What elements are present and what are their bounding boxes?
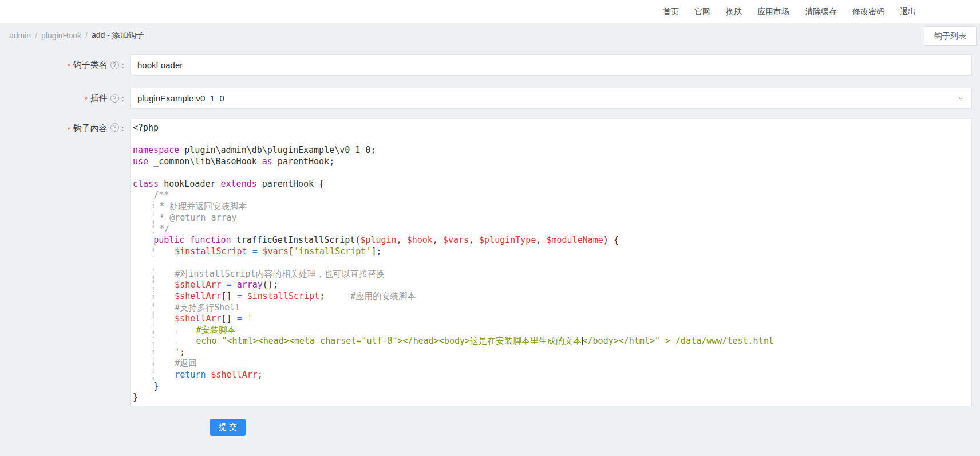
form-row-hook-class-name: * 钩子类名 ? : [0,54,972,76]
code-line: '; [133,347,969,359]
hook-class-name-label-text: 钩子类名 [73,60,108,70]
code-line: use _common\lib\BaseHook as parentHook; [133,156,969,168]
code-line: <?php [133,123,969,134]
code-line: /** [133,190,969,202]
help-icon[interactable]: ? [110,123,119,132]
nav-item-change-pwd[interactable]: 修改密码 [852,7,884,17]
code-line: */ [133,223,969,235]
code-line: namespace plugin\admin\db\pluginExample\… [133,145,969,156]
form-row-hook-content: * 钩子内容 ? : <?php namespace plugin\admin\… [0,119,972,406]
submit-button[interactable]: 提 交 [210,419,246,436]
required-mark: * [68,125,70,134]
nav-item-app-market[interactable]: 应用市场 [757,7,789,17]
hook-content-label-text: 钩子内容 [73,123,108,134]
required-mark: * [68,62,70,70]
hook-content-label: * 钩子内容 ? : [0,119,130,406]
code-line: #安装脚本 [133,325,969,336]
code-line [133,134,969,146]
code-line: $installScript = $vars['installScript']; [133,246,969,258]
help-icon[interactable]: ? [110,94,119,103]
breadcrumb-separator: / [35,31,37,40]
code-line: * @return array [133,213,969,224]
required-mark: * [85,95,88,104]
code-line [133,167,969,179]
breadcrumb-separator: / [85,31,88,40]
code-line: public function trafficGetInstallScript(… [133,235,969,246]
nav-item-home[interactable]: 首页 [663,7,679,17]
code-line: * 处理并返回安装脚本 [133,201,969,213]
plugin-label: * 插件 ? : [0,88,130,109]
code-line: #返回 [133,358,969,369]
plugin-select-value: pluginExample:v0_1_0 [137,93,224,103]
nav-item-clear-cache[interactable]: 清除缓存 [805,7,837,17]
hook-class-name-input[interactable] [130,54,972,76]
hook-class-name-label: * 钩子类名 ? : [0,54,130,76]
plugin-select[interactable]: pluginExample:v0_1_0 [130,88,972,109]
admin-page: 首页 官网 换肤 应用市场 清除缓存 修改密码 退出 admin / plugi… [0,0,980,456]
code-line: $shellArr[] = ' [133,313,969,325]
breadcrumb-admin[interactable]: admin [9,31,31,40]
chevron-down-icon [957,95,965,102]
breadcrumb: admin / pluginHook / add - 添加钩子 [9,30,144,41]
code-line: } [133,381,969,392]
label-colon: : [122,60,124,70]
form-row-plugin: * 插件 ? : pluginExample:v0_1_0 [0,88,972,109]
nav-item-skin[interactable]: 换肤 [726,7,742,17]
help-icon[interactable]: ? [110,61,119,69]
code-line: $shellArr = array(); [133,280,969,291]
nav-item-official[interactable]: 官网 [694,7,710,17]
code-line: echo "<html><head><meta charset="utf-8">… [133,336,969,347]
label-colon: : [122,123,124,133]
breadcrumb-pluginhook[interactable]: pluginHook [41,31,81,40]
code-line: return $shellArr; [133,369,969,381]
label-colon: : [122,93,124,103]
hook-list-button[interactable]: 钩子列表 [924,26,977,46]
code-line: $shellArr[] = $installScript; #应用的安装脚本 [133,291,969,302]
plugin-label-text: 插件 [90,93,108,104]
code-line: class hookLoader extends parentHook { [133,179,969,190]
breadcrumb-current: add - 添加钩子 [92,30,144,41]
top-nav-bar: 首页 官网 换肤 应用市场 清除缓存 修改密码 退出 [0,0,980,24]
code-line [133,257,969,269]
nav-item-logout[interactable]: 退出 [900,7,916,17]
code-line: #对installScript内容的相关处理，也可以直接替换 [133,269,969,280]
code-line: } [133,392,969,403]
code-editor[interactable]: <?php namespace plugin\admin\db\pluginEx… [130,119,972,406]
code-line: #支持多行Shell [133,302,969,314]
